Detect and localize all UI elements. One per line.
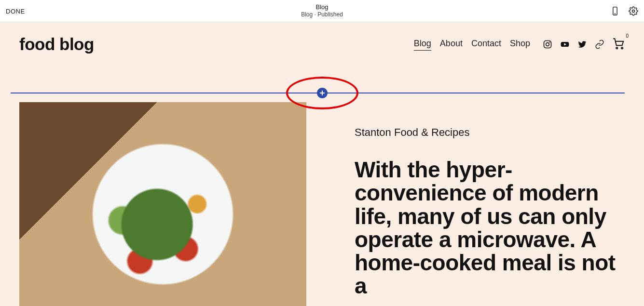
post-headline[interactable]: With the hyper-convenience of modern lif…	[355, 158, 625, 298]
editor-top-bar: DONE Blog Blog · Published	[0, 0, 644, 22]
svg-point-4	[546, 43, 549, 46]
youtube-icon[interactable]	[560, 40, 570, 49]
instagram-icon[interactable]	[543, 40, 552, 49]
mobile-preview-icon[interactable]	[610, 6, 620, 16]
nav-blog[interactable]: Blog	[414, 39, 431, 51]
site-header: food blog Blog About Contact Shop	[0, 22, 644, 61]
page-indicator[interactable]: Blog Blog · Published	[301, 3, 343, 18]
site-canvas: food blog Blog About Contact Shop	[0, 22, 644, 306]
page-title: Blog	[301, 3, 343, 11]
twitter-icon[interactable]	[577, 40, 587, 49]
site-title[interactable]: food blog	[19, 35, 94, 54]
nav-shop[interactable]: Shop	[510, 39, 530, 51]
link-icon[interactable]	[595, 40, 604, 49]
svg-point-2	[632, 10, 634, 12]
cart-count: 0	[626, 33, 629, 39]
primary-nav: Blog About Contact Shop	[414, 39, 530, 51]
cart-button[interactable]: 0	[612, 37, 625, 52]
done-button[interactable]: DONE	[6, 8, 25, 15]
nav-about[interactable]: About	[440, 39, 463, 51]
gear-icon[interactable]	[629, 6, 638, 16]
post-image[interactable]	[19, 102, 306, 306]
svg-point-9	[621, 47, 623, 49]
nav-contact[interactable]: Contact	[471, 39, 501, 51]
add-section-button[interactable]	[317, 88, 328, 98]
svg-point-8	[616, 47, 617, 49]
post-kicker: Stanton Food & Recipes	[355, 126, 625, 139]
page-status: Blog · Published	[301, 11, 343, 18]
svg-point-5	[549, 41, 550, 42]
featured-post: Stanton Food & Recipes With the hyper-co…	[19, 102, 625, 306]
